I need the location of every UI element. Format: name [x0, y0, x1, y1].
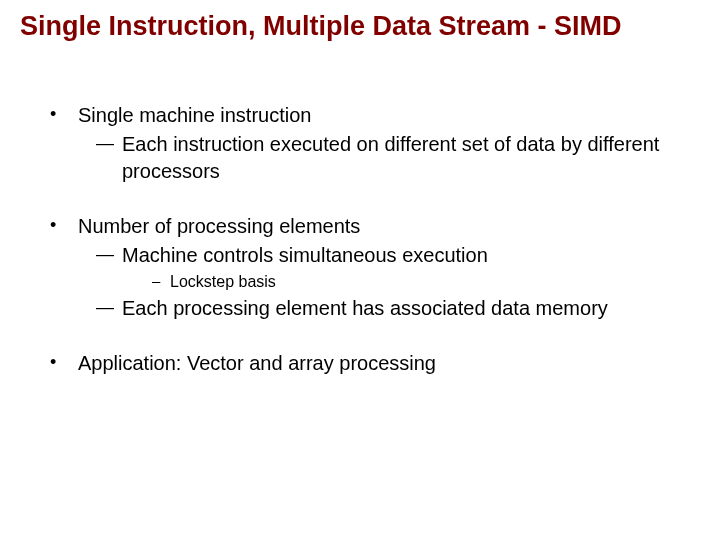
slide: Single Instruction, Multiple Data Stream…: [0, 0, 720, 540]
sub-bullet-list: Machine controls simultaneous execution …: [96, 242, 700, 322]
bullet-item: Single machine instruction Each instruct…: [50, 102, 700, 185]
bullet-list: Single machine instruction Each instruct…: [50, 102, 700, 377]
bullet-item: Number of processing elements Machine co…: [50, 213, 700, 322]
sub-bullet-text: Machine controls simultaneous execution: [122, 244, 488, 266]
slide-title: Single Instruction, Multiple Data Stream…: [20, 10, 700, 42]
bullet-text: Number of processing elements: [78, 215, 360, 237]
sub-bullet-list: Each instruction executed on different s…: [96, 131, 700, 185]
sub-sub-bullet-list: Lockstep basis: [152, 271, 700, 293]
bullet-item: Application: Vector and array processing: [50, 350, 700, 377]
sub-bullet-item: Machine controls simultaneous execution …: [96, 242, 700, 293]
sub-bullet-text: Each instruction executed on different s…: [122, 133, 659, 182]
bullet-text: Single machine instruction: [78, 104, 311, 126]
sub-bullet-item: Each instruction executed on different s…: [96, 131, 700, 185]
sub-bullet-item: Each processing element has associated d…: [96, 295, 700, 322]
sub-sub-bullet-text: Lockstep basis: [170, 273, 276, 290]
sub-bullet-text: Each processing element has associated d…: [122, 297, 608, 319]
bullet-text: Application: Vector and array processing: [78, 352, 436, 374]
sub-sub-bullet-item: Lockstep basis: [152, 271, 700, 293]
